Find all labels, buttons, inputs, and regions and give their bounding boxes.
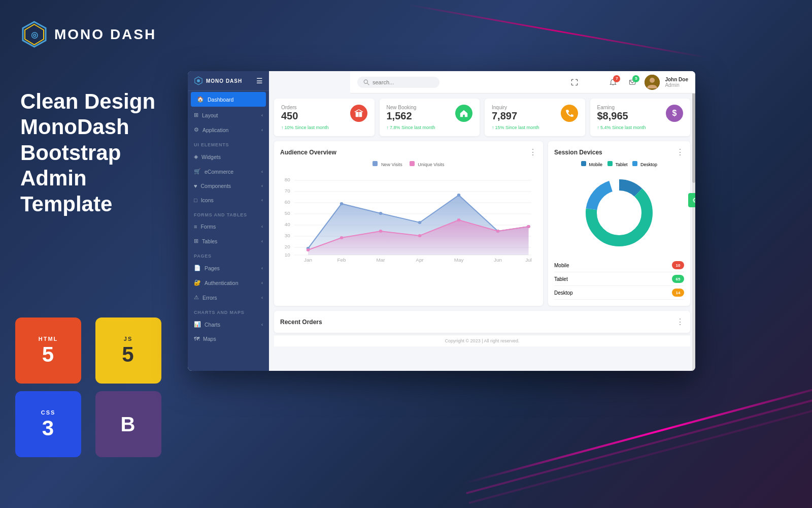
- maps-icon: 🗺: [194, 336, 199, 342]
- recent-orders-menu[interactable]: ⋮: [676, 317, 684, 327]
- chart-legend: New Visits Unique Visits: [280, 161, 537, 167]
- sidebar-logo-icon: [194, 76, 203, 85]
- svg-text:80: 80: [285, 177, 290, 182]
- sidebar-item-icons[interactable]: □ Icons ‹: [188, 193, 269, 207]
- sidebar-label-pages: Pages: [205, 265, 220, 271]
- messages-button[interactable]: 5: [625, 75, 639, 89]
- settings-button[interactable]: ⚙: [688, 193, 695, 207]
- sidebar-item-ecommerce[interactable]: 🛒 eCommerce ‹: [188, 164, 269, 179]
- sidebar-label-icons: Icons: [201, 197, 214, 203]
- svg-text:Jul: Jul: [525, 257, 532, 262]
- tablet-legend-item: Tablet: [607, 161, 627, 167]
- mobile-legend-item: Mobile: [581, 161, 602, 167]
- svg-point-47: [496, 230, 500, 233]
- inquiry-card-icon: [561, 105, 578, 122]
- recent-orders-section: Recent Orders ⋮: [274, 311, 690, 333]
- ecommerce-arrow: ‹: [261, 169, 263, 174]
- sidebar-item-dashboard[interactable]: 🏠 Dashboard: [191, 92, 266, 107]
- sidebar-item-tables[interactable]: ⊞ Tables ‹: [188, 234, 269, 248]
- sidebar-label-widgets: Widgets: [201, 154, 221, 160]
- booking-card-value: 1,562: [387, 110, 417, 122]
- notification-badge: 7: [613, 75, 620, 82]
- area-chart: 80 70 60 50 40 30 20 10: [280, 171, 537, 252]
- tables-icon: ⊞: [194, 238, 198, 244]
- content-area: Orders 450: [269, 93, 695, 371]
- orders-arrow-up: ↑: [281, 125, 284, 130]
- area-chart-svg: 80 70 60 50 40 30 20 10: [280, 171, 537, 263]
- audience-chart-title: Audience Overview: [280, 149, 336, 156]
- new-visits-legend: New Visits: [373, 161, 402, 167]
- mobile-label: Mobile: [554, 263, 569, 268]
- svg-text:70: 70: [285, 188, 290, 193]
- sidebar-label-ecommerce: eCommerce: [205, 169, 233, 175]
- sidebar-item-components[interactable]: ♥ Components ‹: [188, 179, 269, 193]
- tablet-label: Tablet: [554, 276, 568, 282]
- svg-point-36: [340, 202, 344, 205]
- sidebar-item-widgets[interactable]: ◈ Widgets: [188, 149, 269, 164]
- sidebar-item-charts[interactable]: 📊 Charts ‹: [188, 317, 269, 332]
- tablet-device-item: Tablet 65: [554, 272, 684, 286]
- tagline-text: Clean Design MonoDash Bootstrap Admin Te…: [20, 89, 173, 217]
- audience-chart-menu[interactable]: ⋮: [529, 147, 537, 157]
- sidebar-section-ui: UI ELEMENTS: [188, 137, 269, 149]
- application-icon: ⚙: [194, 126, 199, 133]
- svg-point-48: [527, 225, 530, 228]
- moon-icon: [590, 79, 597, 86]
- device-legend-header: Mobile Tablet Desktop: [554, 161, 684, 167]
- sidebar-label-layout: Layout: [202, 112, 218, 118]
- earning-stat-card: Earning $8,965 $ ↑ 5.4% Since last month: [590, 99, 691, 136]
- sidebar-logo-text: MONO DASH: [206, 78, 242, 84]
- orders-card-value: 450: [281, 110, 298, 122]
- sidebar-item-authentication[interactable]: 🔐 Authentication ‹: [188, 275, 269, 290]
- search-box[interactable]: [357, 77, 439, 88]
- desktop-legend-dot: [632, 161, 637, 166]
- theme-toggle-button[interactable]: [587, 75, 601, 89]
- mobile-badge: 10: [672, 261, 684, 269]
- bootstrap-icon: B: [95, 391, 161, 457]
- svg-point-39: [457, 194, 461, 197]
- orders-stat-card: Orders 450: [274, 99, 375, 136]
- html5-icon: HTML 5: [15, 318, 81, 384]
- box-icon: [354, 109, 363, 118]
- css3-icon: CSS 3: [15, 391, 81, 457]
- notifications-button[interactable]: 7: [606, 75, 620, 89]
- search-icon: [363, 79, 369, 85]
- layout-arrow: ‹: [261, 113, 263, 118]
- donut-chart-container: [554, 172, 684, 253]
- svg-text:Mar: Mar: [376, 257, 385, 262]
- svg-point-37: [379, 212, 383, 215]
- svg-point-4: [197, 79, 200, 82]
- phone-icon: [565, 109, 574, 118]
- sidebar-item-forms[interactable]: ≡ Forms ‹: [188, 219, 269, 234]
- sidebar-item-application[interactable]: ⚙ Application ‹: [188, 122, 269, 137]
- svg-point-46: [457, 218, 461, 221]
- svg-text:May: May: [454, 257, 464, 262]
- svg-text:Feb: Feb: [337, 257, 346, 262]
- svg-point-43: [340, 236, 344, 239]
- sidebar-item-pages[interactable]: 📄 Pages ‹: [188, 261, 269, 275]
- orders-card-title: Orders: [281, 105, 298, 110]
- sidebar-item-maps[interactable]: 🗺 Maps: [188, 332, 269, 346]
- svg-text:60: 60: [285, 199, 290, 204]
- session-devices-menu[interactable]: ⋮: [676, 147, 684, 157]
- hamburger-icon[interactable]: ☰: [256, 77, 263, 85]
- user-name: John Doe: [665, 77, 688, 82]
- pages-icon: 📄: [194, 265, 201, 271]
- sidebar-section-charts: CHARTS AND MAPS: [188, 305, 269, 317]
- components-icon: ♥: [194, 183, 197, 189]
- stat-cards-grid: Orders 450: [274, 99, 690, 136]
- svg-text:Jan: Jan: [304, 257, 312, 262]
- search-input[interactable]: [373, 79, 433, 85]
- home-icon: [459, 109, 468, 118]
- sidebar-item-errors[interactable]: ⚠ Errors ‹: [188, 290, 269, 305]
- avatar-image: [645, 75, 660, 90]
- dashboard-window: ⚙ MONO DASH ☰ 🏠 Dashboard ⊞ Layout ‹: [188, 71, 695, 371]
- svg-point-45: [418, 234, 422, 237]
- svg-point-52: [600, 194, 638, 232]
- user-avatar[interactable]: [645, 75, 660, 90]
- desktop-label: Desktop: [554, 290, 573, 296]
- svg-text:30: 30: [285, 233, 290, 238]
- fullscreen-button[interactable]: [567, 75, 582, 89]
- js-icon: JS 5: [95, 318, 161, 384]
- sidebar-item-layout[interactable]: ⊞ Layout ‹: [188, 108, 269, 122]
